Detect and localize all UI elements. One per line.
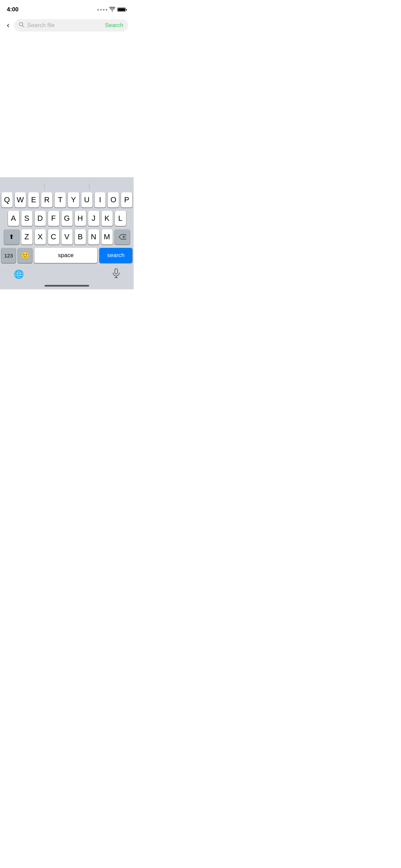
shift-key[interactable]: ⬆	[4, 229, 19, 244]
key-M[interactable]: M	[101, 229, 113, 244]
key-R[interactable]: R	[41, 192, 52, 207]
search-mag-icon	[19, 22, 24, 29]
key-X[interactable]: X	[35, 229, 46, 244]
search-row: ‹ Search	[0, 16, 134, 35]
backspace-key[interactable]	[115, 229, 130, 244]
key-Q[interactable]: Q	[1, 192, 13, 207]
keyboard-search-key[interactable]: search	[99, 248, 132, 263]
status-time: 4:00	[7, 6, 19, 13]
globe-icon[interactable]: 🌐	[14, 269, 24, 279]
key-K[interactable]: K	[101, 211, 113, 226]
key-W[interactable]: W	[15, 192, 26, 207]
search-input[interactable]	[27, 22, 102, 29]
key-V[interactable]: V	[61, 229, 73, 244]
key-L[interactable]: L	[115, 211, 126, 226]
status-bar: 4:00	[0, 0, 134, 16]
back-button[interactable]: ‹	[5, 20, 11, 31]
battery-icon	[117, 8, 127, 12]
predictive-divider-2	[89, 183, 89, 190]
key-H[interactable]: H	[75, 211, 86, 226]
key-N[interactable]: N	[88, 229, 99, 244]
search-bar: Search	[14, 19, 128, 32]
key-Y[interactable]: Y	[68, 192, 79, 207]
keyboard-row-1: Q W E R T Y U I O P	[1, 192, 132, 207]
key-G[interactable]: G	[61, 211, 73, 226]
key-F[interactable]: F	[48, 211, 59, 226]
space-key[interactable]: space	[34, 248, 97, 263]
key-T[interactable]: T	[54, 192, 66, 207]
key-E[interactable]: E	[28, 192, 39, 207]
keyboard-row-2: A S D F G H J K L	[1, 211, 132, 226]
emoji-key[interactable]: 🙂	[18, 248, 32, 263]
home-indicator	[0, 283, 134, 289]
main-content	[0, 35, 134, 179]
home-bar	[45, 285, 89, 287]
key-Z[interactable]: Z	[21, 229, 33, 244]
status-icons	[97, 7, 127, 13]
wifi-icon	[109, 7, 115, 13]
key-D[interactable]: D	[35, 211, 46, 226]
key-B[interactable]: B	[75, 229, 86, 244]
number-key[interactable]: 123	[1, 248, 16, 263]
key-C[interactable]: C	[48, 229, 59, 244]
svg-line-1	[23, 26, 24, 27]
predictive-bar	[0, 180, 134, 192]
microphone-icon[interactable]	[112, 268, 120, 280]
bottom-toolbar: 🌐	[0, 266, 134, 283]
signal-dots-icon	[97, 9, 107, 11]
key-A[interactable]: A	[8, 211, 19, 226]
search-action-button[interactable]: Search	[105, 22, 123, 29]
keyboard-row-3: ⬆ Z X C V B N M	[1, 229, 132, 244]
key-S[interactable]: S	[21, 211, 33, 226]
keyboard-row-4: 123 🙂 space search	[1, 248, 132, 263]
key-O[interactable]: O	[108, 192, 119, 207]
keyboard-rows: Q W E R T Y U I O P A S D F G H J K L ⬆ …	[0, 192, 134, 263]
key-U[interactable]: U	[81, 192, 93, 207]
key-J[interactable]: J	[88, 211, 99, 226]
key-I[interactable]: I	[95, 192, 106, 207]
key-P[interactable]: P	[121, 192, 132, 207]
predictive-divider-1	[44, 183, 45, 190]
keyboard: Q W E R T Y U I O P A S D F G H J K L ⬆ …	[0, 177, 134, 289]
svg-rect-4	[115, 269, 118, 274]
